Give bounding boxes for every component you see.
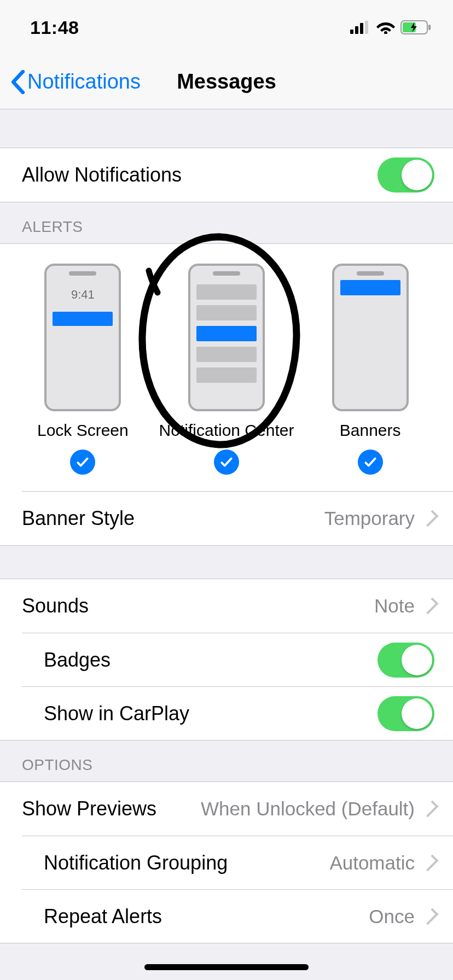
lock-screen-preview-icon: 9:41 [44,264,121,411]
allow-notifications-row: Allow Notifications [0,148,453,202]
badges-toggle[interactable] [378,643,434,678]
svg-point-4 [384,31,387,34]
status-bar: 11:48 [0,0,453,55]
checkmark-icon [358,450,383,475]
sounds-label: Sounds [22,594,374,617]
banner-style-value: Temporary [324,508,415,529]
notification-center-preview-icon [188,264,265,411]
svg-rect-1 [355,26,358,34]
notification-settings-group: Sounds Note Badges Show in CarPlay [0,579,453,740]
sounds-value: Note [374,595,415,617]
nav-bar: Notifications Messages [0,55,453,109]
cellular-signal-icon [350,21,371,34]
banner-style-label: Banner Style [22,507,324,530]
chevron-right-icon [421,800,438,817]
carplay-row: Show in CarPlay [22,686,453,740]
carplay-label: Show in CarPlay [44,702,378,725]
notification-grouping-label: Notification Grouping [44,851,329,874]
alerts-group: 9:41 Lock Screen Notification Center [0,243,453,546]
checkmark-icon [214,450,239,475]
repeat-alerts-label: Repeat Alerts [44,905,369,928]
banners-preview-icon [332,264,409,411]
alerts-header: ALERTS [22,218,83,236]
status-time: 11:48 [30,17,79,38]
repeat-alerts-row[interactable]: Repeat Alerts Once [22,889,453,943]
svg-rect-3 [365,21,368,34]
repeat-alerts-value: Once [369,906,415,928]
carplay-toggle[interactable] [378,696,434,731]
alert-option-notification-center[interactable]: Notification Center [155,264,299,475]
chevron-left-icon [10,70,26,94]
chevron-right-icon [421,908,438,925]
chevron-right-icon [421,510,438,527]
show-previews-row[interactable]: Show Previews When Unlocked (Default) [0,782,453,836]
allow-notifications-label: Allow Notifications [22,164,378,186]
show-previews-value: When Unlocked (Default) [201,798,415,820]
svg-rect-0 [350,30,353,34]
banner-style-row[interactable]: Banner Style Temporary [0,492,453,545]
back-label: Notifications [27,70,141,94]
sounds-row[interactable]: Sounds Note [0,579,453,633]
back-button[interactable]: Notifications [10,70,141,94]
checkmark-icon [70,450,95,475]
home-indicator[interactable] [144,964,309,970]
chevron-right-icon [421,597,438,614]
badges-label: Badges [44,649,378,672]
allow-notifications-group: Allow Notifications [0,148,453,202]
options-header: OPTIONS [22,756,93,774]
svg-rect-2 [360,23,363,34]
alert-label: Notification Center [159,421,294,440]
alert-option-banners[interactable]: Banners [298,264,442,475]
alert-option-lock-screen[interactable]: 9:41 Lock Screen [11,264,155,475]
chevron-right-icon [421,854,438,871]
show-previews-label: Show Previews [22,797,201,820]
alert-label: Lock Screen [37,421,129,440]
alerts-options-row: 9:41 Lock Screen Notification Center [0,244,453,491]
status-icons [350,20,431,34]
alert-label: Banners [340,421,401,440]
notification-grouping-value: Automatic [329,852,415,874]
svg-rect-6 [428,25,431,30]
wifi-icon [376,21,395,34]
battery-charging-icon [400,20,431,34]
allow-notifications-toggle[interactable] [378,158,434,192]
options-group: Show Previews When Unlocked (Default) No… [0,781,453,943]
notification-grouping-row[interactable]: Notification Grouping Automatic [22,836,453,889]
badges-row: Badges [22,633,453,686]
